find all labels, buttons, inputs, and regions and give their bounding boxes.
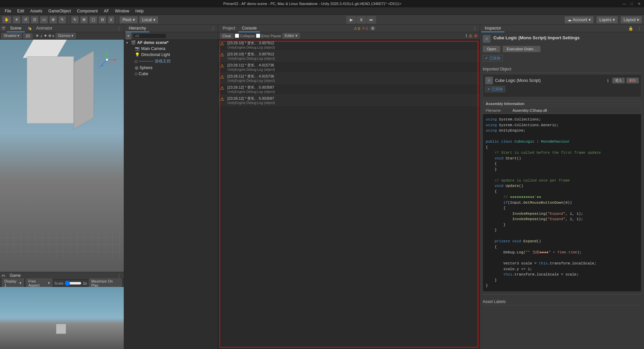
error-pause-label: Error Pause <box>261 34 281 38</box>
toolbar: ✋ ✛ ↺ ⊡ ▭ ⊕ ✎ ↻ ⊞ ▢ ⊟ # Pivot ▾ Local ▾ … <box>0 15 644 25</box>
execution-order-button[interactable]: Execution Order... <box>502 46 541 52</box>
multi-tool-button[interactable]: ⊕ <box>49 16 57 23</box>
scale-slider[interactable] <box>65 282 82 285</box>
aspect-dropdown[interactable]: Free Aspect ▾ <box>26 279 52 288</box>
rect-tool-button[interactable]: ▭ <box>40 16 48 23</box>
stats-icon: ≡ <box>52 34 54 38</box>
menu-help[interactable]: Help <box>132 8 146 14</box>
grid-button[interactable]: # <box>108 16 114 23</box>
menu-af[interactable]: AF <box>101 8 111 14</box>
menu-assets[interactable]: Assets <box>28 8 45 14</box>
play-button[interactable]: ▶ <box>346 16 356 23</box>
console-log-entry-2[interactable]: ⚠ [23:26:11] * 变长. . 4.015736 UnityEngin… <box>218 62 480 73</box>
tab-animator[interactable]: Animator <box>33 25 56 32</box>
message-count-badge: 6 <box>371 27 375 30</box>
console-log-line2-2: UnityEngine.Debug:Log (object) <box>227 68 478 71</box>
title-text: Primer02 - AF demo scene - PC, Mac & Lin… <box>3 2 622 6</box>
game-options-button[interactable]: ⋮ <box>116 273 122 278</box>
layout-dropdown[interactable]: Layout ▾ <box>621 16 642 23</box>
console-log-text-5: [23:26:12] * 变长. . 5.003587 UnityEngine.… <box>227 96 478 105</box>
code-line-14: { <box>486 189 638 195</box>
code-area: using System.Collections; using System.C… <box>483 114 641 292</box>
delete-button[interactable]: 删除 <box>626 78 639 84</box>
hierarchy-item-game-controller[interactable]: □ ----------- 游戏主控 <box>124 58 218 65</box>
align-button[interactable]: ⊟ <box>99 16 106 23</box>
info-button[interactable]: ℹ <box>605 78 611 84</box>
info-filter-icon[interactable]: ℹ <box>466 33 467 38</box>
clear-button[interactable]: Clear <box>220 33 233 39</box>
code-line-29: this.transform.localScale = scale; <box>486 272 638 278</box>
collapse-checkbox[interactable] <box>235 34 239 38</box>
inspector-lock-button[interactable]: 🔒 <box>627 26 635 31</box>
hierarchy-options-button[interactable]: ⋮ <box>210 26 216 31</box>
shaded-dropdown[interactable]: Shaded ▾ <box>1 33 22 39</box>
hierarchy-item-cube[interactable]: □ Cube <box>124 71 218 77</box>
menu-file[interactable]: File <box>2 8 14 14</box>
menu-gameobject[interactable]: GameObject <box>46 8 73 14</box>
console-log-line2-0: UnityEngine.Debug:Log (object) <box>227 46 478 49</box>
console-log-text-3: [23:26:11] * 变长. . 4.015736 UnityEngine.… <box>227 74 478 83</box>
warning-filter-icon[interactable]: ⚠ <box>469 33 473 38</box>
tab-hierarchy[interactable]: Hierarchy <box>125 25 149 32</box>
hierarchy-scene-root[interactable]: ▼ 🎬 AF demo scene* <box>124 40 218 46</box>
2d-button[interactable]: 2D <box>23 33 33 39</box>
minimize-button[interactable]: — <box>622 1 627 6</box>
hierarchy-add-button[interactable]: + <box>125 32 131 40</box>
display-dropdown[interactable]: Display 1 ▾ <box>2 279 24 288</box>
menu-edit[interactable]: Edit <box>14 8 27 14</box>
pivot-dropdown[interactable]: Pivot ▾ <box>119 16 138 23</box>
scale-tool-button[interactable]: ⊡ <box>31 16 39 23</box>
hand-tool-button[interactable]: ✋ <box>2 16 11 23</box>
console-log-entry-4[interactable]: ⚠ [23:26:12] * 变长. . 5.003587 UnityEngin… <box>218 84 480 95</box>
pause-button[interactable]: ⏸ <box>357 16 366 23</box>
console-log-entry-0[interactable]: ⚠ [23:26:10] * 变长. . 3.007912 UnityEngin… <box>218 40 480 51</box>
tab-scene[interactable]: Scene <box>7 25 25 32</box>
error-icon: ✕ <box>362 26 365 31</box>
maximize-on-play-button[interactable]: Maximize On Play <box>89 279 122 288</box>
console-log-entry-3[interactable]: ⚠ [23:26:11] * 变长. . 4.015736 UnityEngin… <box>218 73 480 84</box>
custom-tool-button[interactable]: ✎ <box>58 16 66 23</box>
tab-console[interactable]: Console <box>238 25 260 32</box>
error-filter-icon[interactable]: ⊗ <box>474 33 478 38</box>
lighting-icon: ☀ <box>35 33 39 38</box>
hierarchy-item-sphere[interactable]: ◎ Sphere <box>124 65 218 71</box>
local-dropdown[interactable]: Local ▾ <box>139 16 158 23</box>
rotate-tool-button[interactable]: ↺ <box>22 16 30 23</box>
hierarchy-item-main-camera[interactable]: 📷 Main Camera <box>124 46 218 52</box>
rect2-button[interactable]: ▢ <box>89 16 97 23</box>
editor-filter-button[interactable]: Editor ▾ <box>282 33 300 39</box>
game-view-section: 🎮 Game ⋮ Display 1 ▾ Free Aspect ▾ Scale… <box>0 272 124 349</box>
error-pause-checkbox[interactable] <box>256 34 260 38</box>
script-hash-icon: # <box>483 35 491 43</box>
hierarchy-search-input[interactable] <box>133 33 166 39</box>
scale-label: Scale <box>54 281 64 285</box>
close-button[interactable]: ✕ <box>637 1 641 6</box>
console-log-entry-1[interactable]: ⚠ [23:26:10] * 变长. . 3.007912 UnityEngin… <box>218 51 480 62</box>
shaded-label: Shaded <box>4 34 16 38</box>
console-options-button[interactable]: ⋮ <box>472 26 478 31</box>
scene-options-button[interactable]: ⋮ <box>116 26 122 31</box>
console-toolbar: Clear Collapse Error Pause Editor ▾ ℹ ⚠ … <box>218 32 480 40</box>
gizmos-dropdown[interactable]: Gizmos ▾ <box>56 33 76 39</box>
display-label: Display 1 <box>4 279 18 287</box>
login-button[interactable]: 登入 <box>612 78 625 84</box>
restore-button[interactable]: □ <box>629 1 634 6</box>
tab-inspector[interactable]: Inspector <box>481 25 504 32</box>
menu-component[interactable]: Component <box>74 8 100 14</box>
scene-game-tabs: 🎬 Scene 🎭 Animator ⋮ <box>0 25 124 32</box>
console-log-entry-5[interactable]: ⚠ [23:26:12] * 变长. . 5.003587 UnityEngin… <box>218 95 480 106</box>
refresh-button[interactable]: ↻ <box>71 16 79 23</box>
snap-button[interactable]: ⊞ <box>80 16 88 23</box>
move-tool-button[interactable]: ✛ <box>13 16 20 23</box>
code-line-23: private void Expand() <box>486 239 638 244</box>
collapse-toggle: Collapse <box>235 34 255 38</box>
menu-window[interactable]: Window <box>112 8 132 14</box>
scene-toolbar: Shaded ▾ 2D ☀ ♪ ✦ ⊗ ≡ Gizmos ▾ <box>0 32 124 40</box>
layers-dropdown[interactable]: Layers ▾ <box>596 16 618 23</box>
step-button[interactable]: ⏭ <box>367 16 376 23</box>
open-button[interactable]: Open <box>483 46 500 52</box>
inspector-options-button[interactable]: ⋮ <box>636 26 643 31</box>
account-dropdown[interactable]: ☁ Account ▾ <box>565 16 594 23</box>
tab-project[interactable]: Project <box>219 25 238 32</box>
hierarchy-item-directional-light[interactable]: 💡 Directional Light <box>124 52 218 58</box>
